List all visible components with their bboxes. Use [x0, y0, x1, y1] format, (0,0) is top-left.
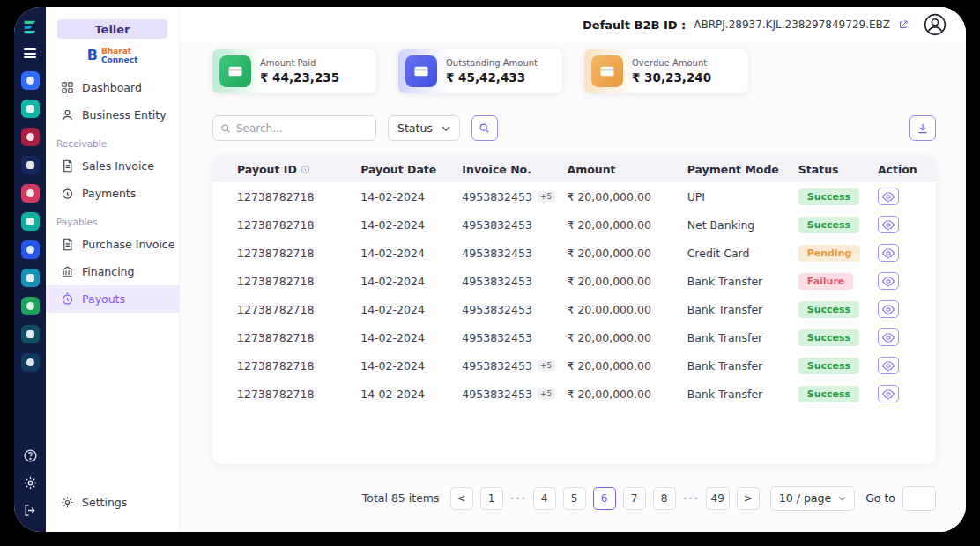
rail-app-icon-6[interactable] — [21, 212, 40, 231]
cell-payout-date: 14-02-2024 — [360, 267, 462, 295]
pagination-page-8[interactable]: 8 — [653, 487, 676, 510]
rail-app-icon-9[interactable] — [21, 297, 40, 315]
pagination-page-1[interactable]: 1 — [480, 487, 503, 510]
stat-value: ₹ 44,23,235 — [260, 70, 339, 85]
cell-amount: ₹ 20,00,000.00 — [567, 267, 687, 295]
stat-value: ₹ 30,23,240 — [632, 70, 711, 85]
pagination-prev-button[interactable]: < — [450, 487, 473, 510]
pagination-page-49[interactable]: 49 — [706, 487, 730, 510]
sidebar-item-business-entity[interactable]: Business Entity — [46, 101, 179, 129]
credit-card-icon — [405, 55, 437, 87]
cell-amount: ₹ 20,00,000.00 — [567, 210, 687, 239]
cell-payout-date: 14-02-2024 — [360, 295, 462, 323]
cell-payment-mode: Bank Transfer — [687, 295, 798, 323]
chevron-down-icon — [442, 126, 450, 131]
rail-settings-gear-icon[interactable] — [23, 476, 38, 491]
status-badge: Success — [798, 301, 859, 318]
pagination-page-6[interactable]: 6 — [593, 487, 616, 510]
sidebar-section-receivable: Receivable — [46, 129, 179, 152]
cell-invoice-no: 4953832453 — [462, 210, 567, 239]
view-payout-button[interactable] — [878, 272, 899, 290]
eye-icon — [882, 389, 895, 399]
app-window: Teller B Bharat Connect Dashboard Busine… — [14, 7, 966, 532]
brand-line1: Bharat — [101, 47, 137, 55]
status-badge: Pending — [798, 245, 861, 262]
sidebar-item-purchase-invoice[interactable]: Purchase Invoice — [46, 231, 179, 258]
view-payout-button[interactable] — [878, 216, 899, 233]
eye-icon — [882, 248, 895, 258]
status-badge: Success — [798, 188, 859, 205]
bharat-connect-mark: B — [87, 48, 98, 63]
sidebar-item-settings[interactable]: Settings — [46, 489, 179, 516]
search-icon — [479, 122, 490, 134]
rail-app-icon-11[interactable] — [21, 353, 40, 372]
view-payout-button[interactable] — [878, 357, 899, 374]
view-payout-button[interactable] — [878, 300, 899, 318]
rail-app-icon-8[interactable] — [21, 269, 40, 287]
rail-app-icon-5[interactable] — [21, 184, 40, 203]
payouts-table: Payout ID Payout Date Invoice No. Amount… — [212, 156, 936, 408]
cell-payout-date: 14-02-2024 — [360, 351, 462, 380]
info-icon[interactable] — [301, 165, 310, 174]
cell-amount: ₹ 20,00,000.00 — [567, 182, 687, 210]
pagination-page-5[interactable]: 5 — [563, 487, 586, 510]
table-row: 12738782718 14-02-2024 4953832453+5 ₹ 20… — [212, 380, 936, 408]
sidebar-item-sales-invoice[interactable]: Sales Invoice — [46, 152, 179, 180]
invoice-extra-chip: +5 — [537, 191, 555, 202]
cell-invoice-no: 4953832453 — [462, 295, 567, 323]
cell-action — [878, 182, 936, 210]
help-icon[interactable] — [23, 448, 38, 463]
status-badge: Failure — [798, 273, 854, 290]
pagination-total: Total 85 items — [362, 491, 440, 505]
rail-app-icon-10[interactable] — [21, 325, 40, 343]
download-button[interactable] — [909, 115, 936, 141]
download-icon — [917, 122, 929, 135]
cell-payment-mode: Bank Transfer — [687, 351, 798, 380]
clock-icon — [61, 187, 74, 200]
pagination-next-button[interactable]: > — [737, 487, 760, 510]
rail-app-icon-2[interactable] — [21, 100, 40, 118]
rail-app-icon-3[interactable] — [21, 128, 40, 146]
rail-app-icon-4[interactable] — [21, 156, 40, 174]
sidebar-item-dashboard[interactable]: Dashboard — [46, 74, 179, 101]
search-submit-button[interactable] — [471, 115, 498, 141]
b2b-id-value: ABRPJ.28937.KJL.238297849729.EBZ — [694, 18, 890, 31]
stat-label: Overdue Amount — [632, 58, 711, 68]
menu-hamburger-icon[interactable] — [24, 48, 36, 58]
view-payout-button[interactable] — [878, 188, 899, 205]
invoice-extra-chip: +5 — [537, 388, 555, 399]
status-filter-select[interactable]: Status — [388, 115, 460, 141]
rail-app-icon-1[interactable] — [21, 71, 40, 90]
user-avatar[interactable] — [924, 13, 947, 36]
cell-payment-mode: Net Banking — [687, 210, 798, 239]
sidebar-item-label: Purchase Invoice — [82, 238, 174, 251]
external-link-icon[interactable] — [898, 19, 909, 30]
sidebar-item-financing[interactable]: Financing — [46, 258, 179, 285]
col-header-invoice-no: Invoice No. — [462, 156, 567, 182]
sidebar-item-label: Settings — [82, 496, 127, 509]
table-row: 12738782718 14-02-2024 4953832453 ₹ 20,0… — [212, 295, 936, 323]
view-payout-button[interactable] — [878, 385, 899, 402]
logout-icon[interactable] — [23, 503, 38, 518]
search-input[interactable] — [236, 122, 368, 135]
pagination-page-7[interactable]: 7 — [623, 487, 646, 510]
rail-app-icon-7[interactable] — [21, 240, 40, 259]
col-header-status: Status — [798, 156, 878, 182]
table-row: 12738782718 14-02-2024 4953832453 ₹ 20,0… — [212, 267, 936, 295]
view-payout-button[interactable] — [878, 328, 899, 346]
goto-page-input[interactable] — [902, 486, 936, 511]
cell-amount: ₹ 20,00,000.00 — [567, 295, 687, 323]
sidebar-item-label: Business Entity — [82, 108, 167, 122]
sidebar-item-payouts[interactable]: Payouts — [46, 285, 179, 313]
cell-payout-date: 14-02-2024 — [360, 239, 462, 267]
page-size-select[interactable]: 10 / page — [770, 486, 855, 511]
sidebar-item-payments[interactable]: Payments — [46, 180, 179, 207]
cell-payout-id: 12738782718 — [212, 323, 360, 351]
avatar-person-icon — [924, 13, 947, 36]
table-row: 12738782718 14-02-2024 4953832453 ₹ 20,0… — [212, 239, 936, 267]
status-badge: Success — [798, 386, 859, 402]
pagination-page-4[interactable]: 4 — [533, 487, 556, 510]
cell-payment-mode: Bank Transfer — [687, 380, 798, 408]
clock-icon — [61, 292, 74, 306]
view-payout-button[interactable] — [878, 244, 899, 262]
